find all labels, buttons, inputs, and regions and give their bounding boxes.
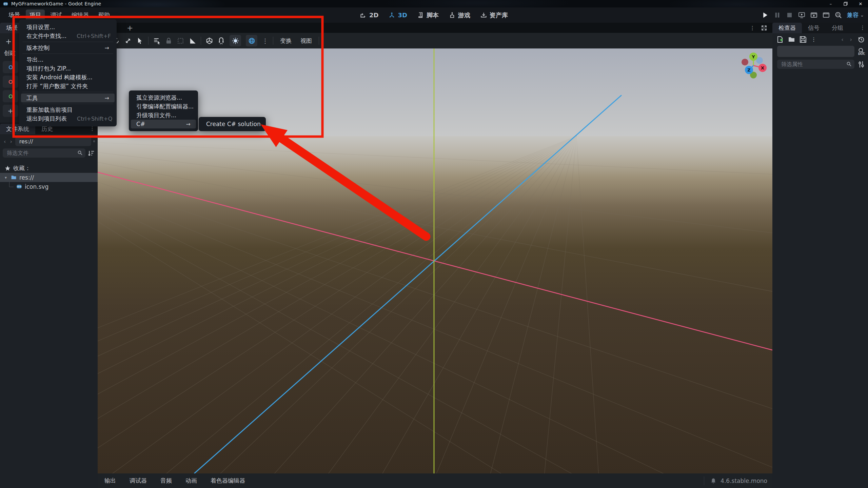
local-space-icon[interactable] (206, 37, 213, 44)
resource-options-icon[interactable]: ⋮ (811, 36, 816, 43)
ruler-icon[interactable] (189, 37, 196, 44)
tab-assetlib[interactable]: 资产库 (480, 11, 508, 19)
stop-button[interactable] (786, 12, 793, 19)
load-resource-icon[interactable] (788, 36, 795, 43)
menu-item-open-user-data-folder[interactable]: 打开 “用户数据” 文件夹 (21, 82, 115, 90)
nav-back-icon[interactable]: ‹ (3, 138, 7, 145)
inspector-filter-row (772, 57, 868, 69)
save-resource-icon[interactable] (800, 36, 807, 43)
menu-item-upgrade-project-files[interactable]: 升级项目文件... (131, 111, 196, 120)
menu-separator (22, 104, 113, 104)
play-custom-scene-button[interactable] (810, 12, 817, 19)
menu-separator (22, 92, 113, 92)
tab-game[interactable]: 游戏 (449, 11, 470, 19)
menu-item-install-android-template[interactable]: 安装 Android 构建模板... (21, 73, 115, 82)
collapse-caret-icon[interactable]: ▾ (5, 175, 8, 180)
shortcut-label: Ctrl+Shift+F (77, 33, 111, 39)
maximize-button[interactable] (838, 0, 853, 7)
add-node-icon[interactable]: + (5, 37, 13, 46)
menu-item-tools[interactable]: 工具→ (21, 94, 115, 102)
script-icon (417, 12, 424, 18)
create-ui-scene-button[interactable] (3, 90, 18, 102)
history-icon[interactable] (857, 36, 865, 43)
tree-row-icon-svg[interactable]: icon.svg (0, 182, 98, 191)
assetlib-icon (480, 12, 487, 18)
tree-line (5, 182, 14, 191)
close-button[interactable]: ✕ (853, 0, 868, 7)
snap-icon[interactable] (218, 37, 225, 44)
plus-icon: + (8, 107, 14, 115)
expand-viewport-icon[interactable] (761, 25, 767, 31)
select-tool-icon[interactable] (136, 37, 143, 44)
viewport-options-icon[interactable]: ⋮ (262, 37, 268, 44)
filesystem-dock: 文件系统 历史 ⋮ ‹ › (0, 123, 98, 473)
scene-tab-options-icon[interactable]: ⋮ (750, 25, 755, 31)
gizmo-neg-x[interactable] (742, 59, 748, 65)
tab-inspector[interactable]: 检查器 (772, 23, 802, 33)
filter-properties-input[interactable] (777, 60, 854, 69)
menu-item-project-settings[interactable]: 项目设置... (21, 23, 115, 32)
tab-2d[interactable]: 2D (360, 12, 378, 19)
transform-menu[interactable]: 变换 (278, 37, 294, 45)
tab-3d[interactable]: 3D (389, 12, 407, 19)
pause-button[interactable] (774, 12, 781, 19)
menu-item-csharp[interactable]: C#→ (131, 120, 196, 128)
bottom-tab-shader-editor[interactable]: 着色器编辑器 (211, 477, 245, 485)
history-back-icon[interactable]: ‹ (840, 36, 844, 43)
restore-icon (844, 2, 848, 6)
godot-logo-icon (3, 1, 8, 6)
menu-item-quit-to-project-list[interactable]: 退出到项目列表Ctrl+Shift+Q (21, 114, 115, 123)
path-input[interactable] (15, 137, 91, 146)
preview-sun-toggle[interactable] (230, 35, 241, 46)
view-menu[interactable]: 视图 (298, 37, 314, 45)
node-2d-icon (8, 65, 13, 70)
version-label[interactable]: 4.6.stable.mono (721, 477, 767, 484)
menu-item-reload-project[interactable]: 重新加载当前项目 (21, 105, 115, 114)
select-list-icon[interactable] (153, 37, 160, 44)
menu-item-create-csharp-solution[interactable]: Create C# solution (201, 120, 264, 128)
notification-bell-icon[interactable] (710, 478, 716, 484)
property-tools-icon[interactable] (857, 60, 865, 68)
add-scene-tab-icon[interactable]: + (127, 24, 133, 32)
create-other-node-button[interactable]: + (3, 105, 18, 117)
tree-row-res-root[interactable]: ▾ res:// (0, 173, 98, 182)
star-icon (5, 165, 11, 171)
history-forward-icon[interactable]: › (849, 36, 853, 43)
bottom-tab-output[interactable]: 输出 (104, 477, 116, 485)
play-current-scene-button[interactable] (798, 12, 805, 19)
bottom-tab-animation[interactable]: 动画 (185, 477, 197, 485)
sort-files-icon[interactable] (87, 149, 95, 157)
search-docs-icon[interactable]: DOC (857, 47, 865, 56)
menu-item-pack-zip[interactable]: 项目打包为 ZIP... (21, 64, 115, 73)
group-icon[interactable] (177, 37, 184, 44)
resource-name-field[interactable] (777, 46, 854, 57)
menu-item-version-control[interactable]: 版本控制→ (21, 43, 115, 52)
folder-icon (11, 175, 17, 180)
menu-item-engine-compile-config[interactable]: 引擎编译配置编辑器... (131, 102, 196, 111)
menu-item-orphan-resource-explorer[interactable]: 孤立资源浏览器... (131, 93, 196, 102)
movie-clapper-button[interactable] (823, 12, 830, 19)
create-3d-scene-button[interactable] (3, 76, 18, 88)
bottom-tab-debugger[interactable]: 调试器 (130, 477, 147, 485)
menu-item-find-in-files[interactable]: 在文件中查找...Ctrl+Shift+F (21, 32, 115, 40)
movie-maker-button[interactable] (835, 12, 842, 19)
renderer-selector[interactable]: 兼容 ⌄ (847, 11, 864, 19)
scale-tool-icon[interactable] (124, 37, 132, 44)
dock-options-icon[interactable]: ⋮ (860, 24, 865, 31)
bottom-tab-audio[interactable]: 音频 (160, 477, 172, 485)
create-2d-scene-button[interactable] (3, 61, 18, 73)
menu-separator (22, 42, 113, 42)
toggle-split-mode-icon[interactable] (93, 138, 95, 145)
viewport-3d[interactable]: Y X Z (98, 48, 772, 473)
filter-files-input[interactable] (3, 148, 85, 158)
lock-icon[interactable] (165, 37, 172, 44)
tab-node-signals[interactable]: 信号 (802, 23, 826, 33)
menu-item-export[interactable]: 导出... (21, 55, 115, 64)
minimize-button[interactable]: – (823, 0, 838, 7)
preview-environment-toggle[interactable] (246, 35, 257, 46)
tab-script[interactable]: 脚本 (417, 11, 439, 19)
play-button[interactable] (762, 12, 769, 19)
new-resource-icon[interactable] (776, 36, 784, 43)
tab-groups[interactable]: 分组 (826, 23, 849, 33)
nav-forward-icon[interactable]: › (9, 138, 13, 145)
